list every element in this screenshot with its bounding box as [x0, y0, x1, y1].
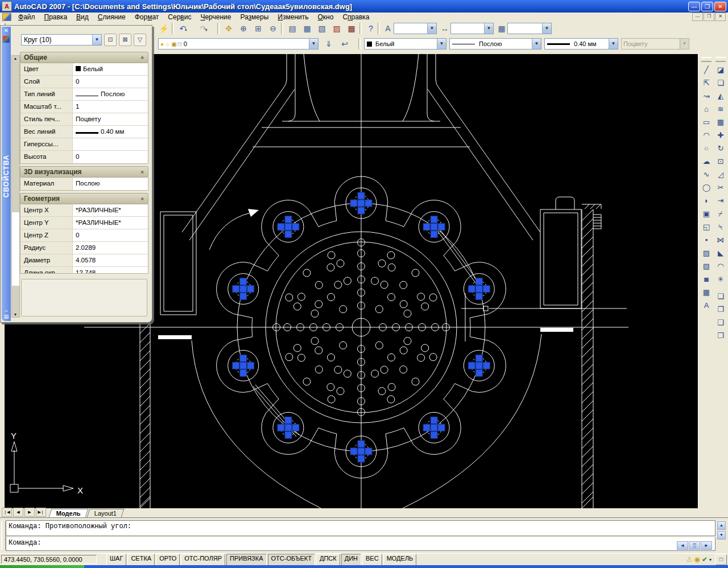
table-icon[interactable]: ▦: [700, 286, 713, 299]
insert-block-icon[interactable]: ▣: [700, 208, 713, 220]
quickcalc-icon[interactable]: ▩: [345, 22, 358, 35]
property-value[interactable]: *РАЗЛИЧНЫЕ*: [73, 204, 148, 216]
scale-icon[interactable]: ⊡: [714, 155, 727, 168]
help-icon[interactable]: ?: [364, 22, 378, 35]
command-input[interactable]: Команда:: [6, 537, 715, 551]
lineweight-combo[interactable]: 0.40 мм ▼: [544, 38, 618, 50]
menu-окно[interactable]: Окно: [313, 13, 338, 21]
status-toggle-сетка[interactable]: СЕТКА: [127, 554, 155, 566]
mdi-close-button[interactable]: ✕: [715, 13, 726, 21]
property-value[interactable]: 0: [73, 76, 148, 88]
multiline-text-icon[interactable]: A: [700, 299, 713, 312]
make-block-icon[interactable]: ◱: [700, 221, 713, 233]
toolbar-lock-icon[interactable]: ◉: [694, 555, 700, 563]
palette-autohide-icon[interactable]: ↔ ▤: [2, 307, 11, 321]
menu-слияние[interactable]: Слияние: [93, 13, 130, 21]
menu-файл[interactable]: Файл: [14, 13, 40, 21]
command-hscrollbar[interactable]: ◄▒►: [677, 541, 712, 550]
construction-line-icon[interactable]: ⇱: [700, 77, 713, 89]
zoom-window-icon[interactable]: ⊞: [251, 22, 265, 35]
redo-icon[interactable]: ↷▾: [197, 22, 210, 35]
circle-icon[interactable]: ○: [700, 142, 713, 155]
menu-сервис[interactable]: Сервис: [163, 13, 196, 21]
property-value[interactable]: 0: [73, 229, 148, 241]
rectangle-icon[interactable]: ▭: [700, 116, 713, 129]
property-value[interactable]: 2.0289: [73, 242, 148, 254]
break-at-point-icon[interactable]: ⌿: [714, 208, 727, 220]
toggle-pickadd-button[interactable]: ⊡: [104, 34, 117, 46]
rotate-icon[interactable]: ↻: [714, 142, 727, 155]
status-toggle-дпск[interactable]: ДПСК: [316, 554, 340, 566]
palette-scrollbar[interactable]: ▲ ▼: [11, 55, 20, 318]
property-value[interactable]: 0: [73, 151, 148, 163]
array-icon[interactable]: ▦: [714, 116, 727, 129]
revision-cloud-icon[interactable]: ☁: [700, 155, 713, 168]
offset-icon[interactable]: ≋: [714, 103, 727, 116]
palette-section-header[interactable]: 3D визуализация«: [20, 166, 148, 178]
status-toggle-отс-объект[interactable]: ОТС-ОБЪЕКТ: [268, 554, 315, 566]
mdi-minimize-button[interactable]: —: [692, 13, 703, 21]
command-scrollbar[interactable]: ▲▼: [717, 521, 726, 538]
linetype-combo[interactable]: Послою ▼: [449, 38, 541, 50]
property-value[interactable]: 1: [73, 101, 148, 113]
palette-section-header[interactable]: Общие«: [20, 52, 148, 63]
minimize-button[interactable]: —: [688, 2, 700, 11]
erase-icon[interactable]: ◪: [714, 64, 727, 76]
palette-close-icon[interactable]: ✕: [4, 27, 9, 35]
close-button[interactable]: ✕: [714, 2, 726, 11]
layer-combo[interactable]: ●☼▣□ 0 ▼: [158, 38, 318, 50]
menu-изменить[interactable]: Изменить: [273, 13, 313, 21]
undo-icon[interactable]: ↶▾: [176, 22, 190, 35]
status-toggle-модель[interactable]: МОДЕЛЬ: [383, 554, 417, 566]
gradient-icon[interactable]: ▧: [700, 260, 713, 273]
stretch-icon[interactable]: ◿: [714, 168, 727, 181]
table-style-combo[interactable]: ▼: [507, 23, 552, 34]
restore-button[interactable]: ❐: [701, 2, 713, 11]
chamfer-icon[interactable]: ◣: [714, 247, 727, 260]
send-under-icon[interactable]: ❒: [714, 330, 727, 342]
status-toggle-отс-поляр[interactable]: ОТС-ПОЛЯР: [181, 554, 225, 566]
communication-center-icon[interactable]: ⚡: [157, 22, 171, 35]
region-icon[interactable]: ◙: [700, 273, 713, 286]
move-icon[interactable]: ✚: [714, 129, 727, 142]
sheet-set-manager-icon[interactable]: ▧: [315, 22, 329, 35]
palette-titlebar[interactable]: ✕ СВОЙСТВА ↔ ▤: [2, 27, 11, 321]
status-toggle-вес[interactable]: ВЕС: [362, 554, 382, 566]
text-style-combo[interactable]: ▼: [394, 23, 437, 34]
extend-icon[interactable]: ⇥: [714, 195, 727, 207]
menu-размеры[interactable]: Размеры: [235, 13, 273, 21]
palette-section-header[interactable]: Геометрия«: [20, 193, 148, 204]
fillet-icon[interactable]: ◠: [714, 260, 727, 273]
first-tab-button[interactable]: ❘◀: [2, 508, 12, 517]
join-icon[interactable]: ⋈: [714, 234, 727, 246]
tool-palettes-icon[interactable]: ▦: [300, 22, 314, 35]
hatch-icon[interactable]: ▨: [700, 247, 713, 260]
ellipse-arc-icon[interactable]: ◗: [700, 195, 713, 207]
tab-layout1[interactable]: Layout1: [86, 509, 124, 517]
polygon-icon[interactable]: ⌂: [700, 103, 713, 116]
property-value[interactable]: Послою: [73, 178, 148, 190]
zoom-realtime-icon[interactable]: ⊕: [237, 22, 250, 35]
selection-combo[interactable]: Круг (10)▼: [21, 34, 102, 46]
bring-to-front-icon[interactable]: ❏: [714, 290, 727, 303]
windows-taskbar[interactable]: [0, 565, 728, 568]
dim-style-combo[interactable]: ▼: [450, 23, 494, 34]
prev-tab-button[interactable]: ◀: [13, 508, 23, 517]
arc-icon[interactable]: ◠: [700, 129, 713, 142]
make-object-layer-current-button[interactable]: ⇓: [322, 38, 336, 50]
status-toggle-дин[interactable]: ДИН: [341, 554, 361, 566]
last-tab-button[interactable]: ▶❘: [36, 508, 46, 517]
property-value[interactable]: 12.748: [73, 267, 148, 274]
break-icon[interactable]: ⍀: [714, 221, 727, 233]
bring-above-icon[interactable]: ❑: [714, 316, 727, 329]
property-value[interactable]: [73, 138, 148, 150]
point-icon[interactable]: ▪: [700, 234, 713, 246]
select-objects-button[interactable]: ⊠: [119, 34, 131, 46]
command-history[interactable]: Команда: Противоположный угол:: [6, 520, 715, 536]
menu-вид[interactable]: Вид: [72, 13, 93, 21]
status-toggle-орто[interactable]: ОРТО: [156, 554, 180, 566]
status-toggle-шаг[interactable]: ШАГ: [106, 554, 126, 566]
property-value[interactable]: 4.0578: [73, 254, 148, 266]
mirror-icon[interactable]: ◭: [714, 90, 727, 102]
property-value[interactable]: *РАЗЛИЧНЫЕ*: [73, 217, 148, 229]
